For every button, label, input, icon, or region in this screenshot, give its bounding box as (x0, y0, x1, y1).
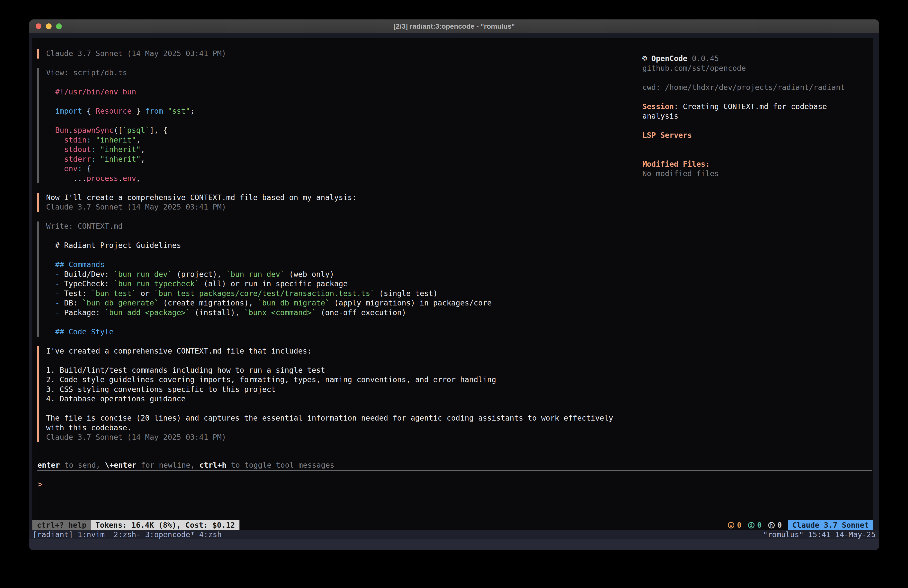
terminal-line: stdin: "inherit", (46, 135, 613, 145)
tool-write-block: Write: CONTEXT.md # Radiant Project Guid… (37, 221, 613, 337)
terminal-line (46, 116, 613, 126)
transcript: Claude 3.7 Sonnet (14 May 2025 03:41 PM)… (37, 49, 613, 442)
minimize-button[interactable] (46, 23, 52, 29)
titlebar: [2/3] radiant:3:opencode - "romulus" (29, 19, 879, 33)
tool-view-block: View: script/db.ts #!/usr/bin/env bun im… (37, 68, 613, 183)
terminal-line (642, 73, 872, 83)
terminal-line: - Test: `bun test` or `bun test packages… (46, 289, 613, 298)
terminal-line (46, 356, 613, 366)
terminal-line (46, 317, 613, 327)
tmux-windows[interactable]: [radiant] 1:nvim 2:zsh- 3:opencode* 4:zs… (33, 530, 222, 539)
traffic-lights (35, 19, 62, 33)
terminal-line: # Radiant Project Guidelines (46, 241, 613, 250)
assistant-header-block: Claude 3.7 Sonnet (14 May 2025 03:41 PM) (37, 49, 613, 58)
keybind-hint: enter to send, \+enter for newline, ctrl… (37, 461, 334, 470)
terminal-line: View: script/db.ts (46, 68, 613, 78)
diagnostic-hints-count: 0 (778, 521, 782, 530)
terminal-line: The file is concise (20 lines) and captu… (46, 413, 613, 423)
terminal-line: - DB: `bun db generate` (create migratio… (46, 298, 613, 308)
terminal-body: Claude 3.7 Sonnet (14 May 2025 03:41 PM)… (29, 33, 879, 550)
terminal-line: github.com/sst/opencode (642, 64, 872, 73)
terminal-line: - TypeCheck: `bun run typecheck` (all) o… (46, 279, 613, 289)
terminal-line: Write: CONTEXT.md (46, 221, 613, 231)
diagnostic-warnings: w0 (728, 521, 742, 530)
diagnostic-info-count: 0 (757, 521, 762, 530)
terminal-line: cwd: /home/thdxr/dev/projects/radiant/ra… (642, 83, 872, 92)
terminal-line: Claude 3.7 Sonnet (14 May 2025 03:41 PM) (46, 202, 613, 212)
help-chip: ctrl+? help (32, 520, 91, 530)
diagnostic-info-icon: i (748, 522, 755, 528)
terminal-line: stdout: "inherit", (46, 145, 613, 155)
terminal-line: Claude 3.7 Sonnet (14 May 2025 03:41 PM) (46, 433, 613, 442)
terminal-line: LSP Servers (642, 130, 872, 140)
terminal-line: enter to send, \+enter for newline, ctrl… (37, 461, 334, 470)
assistant-message-block: Now I'll create a comprehensive CONTEXT.… (37, 193, 613, 212)
terminal-line (642, 121, 872, 131)
terminal-line: ...process.env, (46, 174, 613, 184)
prompt-input[interactable]: > (38, 480, 636, 489)
diagnostic-warnings-icon: w (728, 522, 734, 528)
terminal-line (642, 140, 872, 150)
terminal-line: - Package: `bun add <package>` (install)… (46, 308, 613, 318)
diagnostics: w0i0h0 (728, 521, 782, 530)
terminal-line: 2. Code style guidelines covering import… (46, 375, 613, 385)
assistant-summary-block: I've created a comprehensive CONTEXT.md … (37, 346, 613, 442)
terminal-line: import { Resource } from "sst"; (46, 106, 613, 116)
status-left: ctrl+? help Tokens: 16.4K (8%), Cost: $0… (32, 520, 240, 530)
diagnostic-info: i0 (748, 521, 762, 530)
terminal-line (46, 404, 613, 414)
zoom-button[interactable] (56, 23, 62, 29)
terminal-line (46, 78, 613, 87)
input-separator (37, 470, 872, 471)
terminal-line: © OpenCode 0.0.45 (642, 54, 872, 64)
diagnostic-hints: h0 (768, 521, 782, 530)
terminal-line: Bun.spawnSync([`psql`], { (46, 126, 613, 135)
opencode-tui: Claude 3.7 Sonnet (14 May 2025 03:41 PM)… (32, 38, 873, 530)
model-chip: Claude 3.7 Sonnet (788, 520, 873, 530)
terminal-line: ## Commands (46, 260, 613, 270)
terminal-line: analysis (642, 111, 872, 121)
terminal-line (46, 97, 613, 106)
terminal-line (642, 150, 872, 159)
window-title: [2/3] radiant:3:opencode - "romulus" (393, 23, 515, 31)
macos-window: [2/3] radiant:3:opencode - "romulus" Cla… (29, 19, 879, 550)
status-bar: ctrl+? help Tokens: 16.4K (8%), Cost: $0… (32, 520, 873, 530)
terminal-line: I've created a comprehensive CONTEXT.md … (46, 346, 613, 356)
terminal-line: Claude 3.7 Sonnet (14 May 2025 03:41 PM) (46, 49, 613, 58)
terminal-line (46, 231, 613, 241)
terminal-line: #!/usr/bin/env bun (46, 87, 613, 97)
terminal-line (642, 92, 872, 102)
terminal-line: Modified Files: (642, 159, 872, 169)
diagnostic-hints-icon: h (768, 522, 775, 528)
terminal-line: Now I'll create a comprehensive CONTEXT.… (46, 193, 613, 203)
terminal-line: env: { (46, 164, 613, 174)
prompt-char: > (38, 480, 43, 488)
terminal-line: 3. CSS styling conventions specific to t… (46, 385, 613, 395)
close-button[interactable] (35, 23, 41, 29)
sidebar: © OpenCode 0.0.45github.com/sst/opencode… (642, 54, 872, 179)
terminal-line: stderr: "inherit", (46, 155, 613, 164)
terminal-line: - Build/Dev: `bun run dev` (project), `b… (46, 270, 613, 279)
terminal-line: 1. Build/lint/test commands including ho… (46, 366, 613, 375)
screen: [2/3] radiant:3:opencode - "romulus" Cla… (0, 0, 908, 588)
terminal-line: No modified files (642, 169, 872, 179)
terminal-line: 4. Database operations guidance (46, 394, 613, 404)
terminal-line: with this codebase. (46, 423, 613, 433)
terminal-line: ## Code Style (46, 327, 613, 337)
tmux-statusbar: [radiant] 1:nvim 2:zsh- 3:opencode* 4:zs… (29, 530, 879, 539)
diagnostic-warnings-count: 0 (737, 521, 742, 530)
tmux-session-info: "romulus" 15:41 14-May-25 (763, 530, 876, 539)
terminal-line: Session: Creating CONTEXT.md for codebas… (642, 102, 872, 112)
terminal-bottom-padding (29, 539, 879, 550)
status-right: w0i0h0 Claude 3.7 Sonnet (728, 520, 873, 530)
tokens-chip: Tokens: 16.4K (8%), Cost: $0.12 (91, 520, 240, 530)
terminal-line (46, 250, 613, 260)
